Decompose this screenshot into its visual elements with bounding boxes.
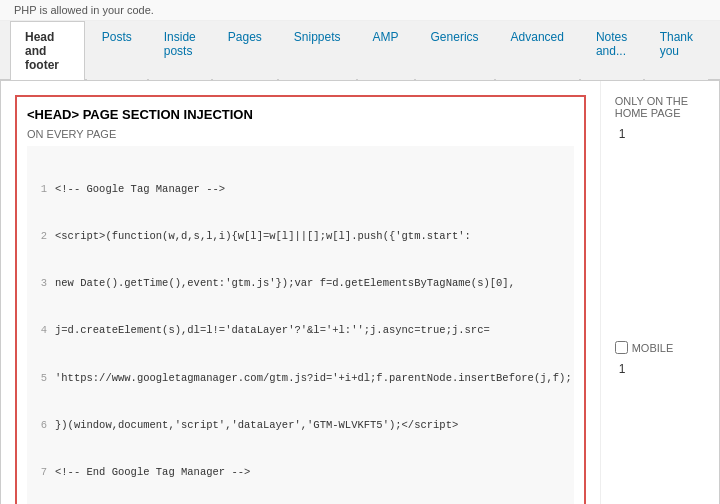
tabs-bar: Head and footer Posts Inside posts Pages…: [0, 21, 720, 80]
tab-pages[interactable]: Pages: [213, 21, 277, 80]
home-line-number: 1: [615, 127, 705, 141]
line-content: })(window,document,'script','dataLayer',…: [55, 418, 458, 434]
tab-notes[interactable]: Notes and...: [581, 21, 643, 80]
line-content: <!-- Google Tag Manager -->: [55, 182, 225, 198]
line-content: <script>(function(w,d,s,l,i){w[l]=w[l]||…: [55, 229, 471, 245]
mobile-label: MOBILE: [632, 342, 674, 354]
line-num: 4: [29, 323, 47, 339]
line-num: 3: [29, 276, 47, 292]
main-content: <HEAD> PAGE SECTION INJECTION ON EVERY P…: [0, 80, 720, 504]
tab-head-footer[interactable]: Head and footer: [10, 21, 85, 80]
code-line: 7 <!-- End Google Tag Manager -->: [27, 465, 574, 481]
code-line: 5 'https://www.googletagmanager.com/gtm.…: [27, 371, 574, 387]
code-line: 2 <script>(function(w,d,s,l,i){w[l]=w[l]…: [27, 229, 574, 245]
content-body: <HEAD> PAGE SECTION INJECTION ON EVERY P…: [1, 81, 719, 504]
on-every-page-label: ON EVERY PAGE: [27, 128, 574, 140]
mobile-checkbox[interactable]: [615, 341, 628, 354]
line-content: <!-- End Google Tag Manager -->: [55, 465, 250, 481]
tab-generics[interactable]: Generics: [416, 21, 494, 80]
code-line: 6 })(window,document,'script','dataLayer…: [27, 418, 574, 434]
head-code-area[interactable]: 1 <!-- Google Tag Manager --> 2 <script>…: [27, 146, 574, 504]
mobile-line-number: 1: [615, 362, 705, 376]
line-content: new Date().getTime(),event:'gtm.js'});va…: [55, 276, 515, 292]
tab-advanced[interactable]: Advanced: [496, 21, 579, 80]
php-notice: PHP is allowed in your code.: [0, 0, 720, 21]
tab-thank-you[interactable]: Thank you: [645, 21, 708, 80]
left-panel: <HEAD> PAGE SECTION INJECTION ON EVERY P…: [1, 81, 601, 504]
tab-snippets[interactable]: Snippets: [279, 21, 356, 80]
tab-amp[interactable]: AMP: [358, 21, 414, 80]
code-line: 3 new Date().getTime(),event:'gtm.js'});…: [27, 276, 574, 292]
code-line: 1 <!-- Google Tag Manager -->: [27, 182, 574, 198]
line-content: j=d.createElement(s),dl=l!='dataLayer'?'…: [55, 323, 490, 339]
line-num: 6: [29, 418, 47, 434]
line-num: 1: [29, 182, 47, 198]
line-content: 'https://www.googletagmanager.com/gtm.js…: [55, 371, 572, 387]
tab-inside-posts[interactable]: Inside posts: [149, 21, 211, 80]
line-num: 2: [29, 229, 47, 245]
mobile-checkbox-label[interactable]: MOBILE: [615, 341, 705, 354]
line-num: 7: [29, 465, 47, 481]
right-panel: ONLY ON THE HOME PAGE 1 MOBILE 1: [601, 81, 719, 504]
head-section-box: <HEAD> PAGE SECTION INJECTION ON EVERY P…: [15, 95, 586, 504]
tab-posts[interactable]: Posts: [87, 21, 147, 80]
head-section-title: <HEAD> PAGE SECTION INJECTION: [27, 107, 574, 122]
code-line: 4 j=d.createElement(s),dl=l!='dataLayer'…: [27, 323, 574, 339]
line-num: 5: [29, 371, 47, 387]
only-home-page-label: ONLY ON THE HOME PAGE: [615, 95, 705, 119]
